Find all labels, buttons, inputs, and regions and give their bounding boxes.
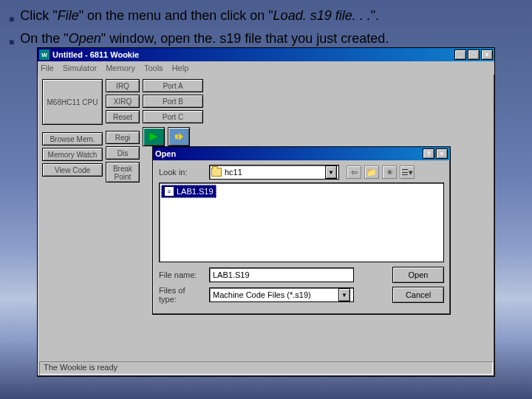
folder-icon (211, 168, 222, 177)
port-b-button[interactable]: Port B (143, 95, 203, 108)
open-button[interactable]: Open (392, 267, 444, 283)
up-folder-icon[interactable]: 📁 (364, 166, 379, 179)
registers-button[interactable]: Regi (106, 131, 140, 144)
new-folder-icon[interactable]: ✳ (382, 166, 397, 179)
view-menu-icon[interactable]: ☰▾ (400, 166, 415, 179)
s19-file-icon: ≡ (164, 186, 174, 197)
port-c-button[interactable]: Port C (143, 110, 203, 123)
status-text: The Wookie is ready (44, 363, 117, 372)
run-icon[interactable] (143, 127, 165, 146)
cancel-button[interactable]: Cancel (392, 287, 444, 303)
menu-simulator[interactable]: Simulator (63, 64, 97, 72)
bullet-icon: ■ (9, 10, 14, 29)
dialog-help-button[interactable]: ? (423, 149, 434, 159)
lookin-combo[interactable]: hc11 ▼ (209, 165, 339, 180)
file-item-label: LAB1.S19 (177, 187, 214, 196)
dialog-close-button[interactable]: × (436, 149, 448, 159)
svg-rect-1 (175, 134, 178, 139)
menu-file[interactable]: File (41, 64, 54, 72)
minimize-button[interactable]: _ (454, 50, 466, 60)
dropdown-icon[interactable]: ▼ (338, 288, 350, 301)
memory-watch-button[interactable]: Memory Watch (42, 148, 103, 161)
filename-label: File name: (159, 270, 205, 279)
dialog-titlebar: Open ? × (153, 147, 450, 160)
port-a-button[interactable]: Port A (143, 79, 203, 92)
menu-help[interactable]: Help (172, 64, 189, 72)
browse-mem-button[interactable]: Browse Mem. (42, 132, 103, 146)
file-item-selected[interactable]: ≡ LAB1.S19 (161, 185, 216, 198)
app-title: Untitled - 6811 Wookie (52, 50, 139, 59)
open-dialog: Open ? × Look in: hc11 ▼ ⇦ 📁 ✳ ☰▾ (152, 146, 451, 315)
svg-marker-2 (179, 133, 183, 140)
breakpoint-button[interactable]: Break Point (106, 162, 140, 183)
back-icon[interactable]: ⇦ (347, 166, 361, 179)
reset-button[interactable]: Reset (106, 110, 140, 123)
app-titlebar: W Untitled - 6811 Wookie _ □ × (38, 48, 494, 61)
instruction-1: ■ Click "File" on the menu and then clic… (9, 6, 523, 29)
bullet-icon: ■ (9, 33, 14, 52)
statusbar: The Wookie is ready (39, 361, 493, 375)
menubar: File Simulator Memory Tools Help (38, 61, 494, 75)
close-button[interactable]: × (481, 50, 493, 60)
xirq-button[interactable]: XIRQ (106, 95, 140, 108)
menu-memory[interactable]: Memory (106, 64, 135, 72)
lookin-label: Look in: (159, 168, 205, 177)
lookin-value: hc11 (225, 168, 242, 177)
disassembly-button[interactable]: Dis (106, 146, 140, 160)
svg-marker-0 (150, 133, 157, 140)
filetype-value: Machine Code Files (*.s19) (213, 290, 311, 299)
menu-tools[interactable]: Tools (144, 64, 163, 72)
app-icon: W (39, 50, 50, 60)
filetype-combo[interactable]: Machine Code Files (*.s19) ▼ (209, 287, 354, 302)
dropdown-icon[interactable]: ▼ (325, 166, 337, 179)
step-icon[interactable] (168, 127, 190, 146)
view-code-button[interactable]: View Code (42, 163, 103, 177)
maximize-button[interactable]: □ (468, 50, 480, 60)
cpu-panel[interactable]: M68HC11 CPU (42, 79, 103, 125)
filetype-label: Files of type: (159, 286, 205, 304)
irq-button[interactable]: IRQ (106, 79, 140, 92)
dialog-title: Open (155, 149, 176, 158)
file-list[interactable]: ≡ LAB1.S19 (159, 183, 444, 262)
filename-input[interactable] (209, 267, 354, 282)
